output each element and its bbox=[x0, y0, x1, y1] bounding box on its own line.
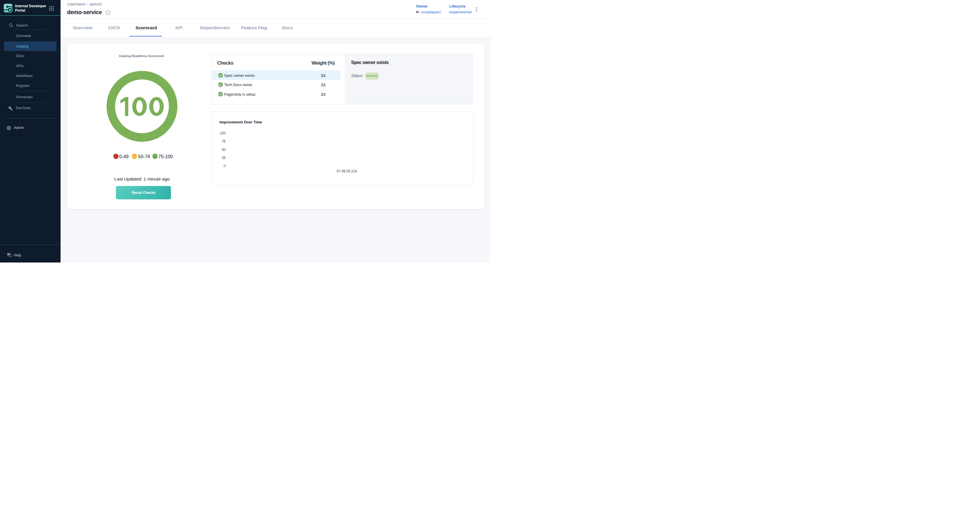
svg-text:?: ? bbox=[8, 253, 9, 255]
